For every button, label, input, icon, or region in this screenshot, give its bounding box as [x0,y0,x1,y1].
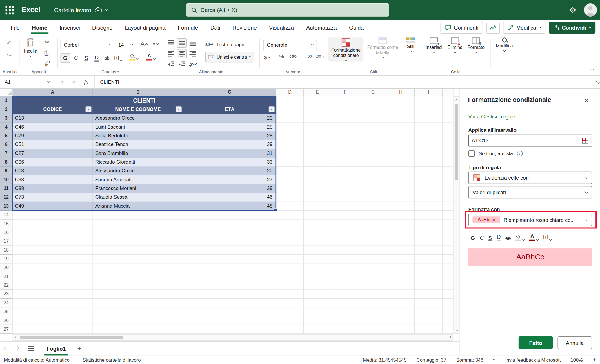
row-header-25[interactable]: 25 [0,307,13,316]
align-bottom-button[interactable] [188,38,197,48]
cell-I19[interactable] [415,255,443,263]
text-orientation-button[interactable]: ab [188,60,197,69]
cell-I21[interactable] [415,272,443,281]
cell-C20[interactable] [183,264,276,272]
close-pane-button[interactable]: ✕ [584,97,589,104]
row-header-3[interactable]: 3 [0,114,13,122]
cell-I20[interactable] [415,264,443,272]
cell-A19[interactable] [13,255,93,263]
cell-E1[interactable] [304,96,331,105]
editing-mode-button[interactable]: Modifica [503,22,545,34]
column-header-C[interactable]: C [183,89,276,96]
row-header-10[interactable]: 10 [0,175,13,184]
next-sheet-button[interactable] [12,347,23,350]
cell-G27[interactable] [359,325,387,334]
cell-I13[interactable] [415,202,443,211]
cell-A16[interactable] [13,228,93,237]
cell-A8[interactable]: C96 [13,158,93,167]
cell-H10[interactable] [387,175,415,184]
cell-G2[interactable] [359,105,387,114]
cell-H13[interactable] [387,202,415,211]
cell-B17[interactable] [93,237,183,246]
cell-C26[interactable] [183,316,276,325]
row-header-4[interactable]: 4 [0,123,13,131]
cell-H23[interactable] [387,290,415,299]
cell-H17[interactable] [387,237,415,246]
cell-C13[interactable]: 48 [183,202,276,211]
row-header-26[interactable]: 26 [0,316,13,325]
manage-rules-link[interactable]: Vai a Gestisci regole [468,114,515,120]
cell-A20[interactable] [13,264,93,272]
cell-B12[interactable]: Claudio Sessa [93,193,183,202]
row-header-17[interactable]: 17 [0,237,13,246]
tab-file[interactable]: File [5,20,26,35]
confirm-entry-button[interactable]: ✓ [72,79,76,85]
cell-E26[interactable] [304,316,331,325]
increase-indent-button[interactable] [177,60,187,69]
cell-C15[interactable] [183,220,276,228]
horizontal-scroll-thumb[interactable] [20,336,123,339]
scroll-up-icon[interactable] [454,97,459,102]
cell-I15[interactable] [415,220,443,228]
workbook-stats-button[interactable]: Statistiche cartella di lavoro [83,357,141,363]
cell-H9[interactable] [387,167,415,175]
font-name-select[interactable]: Corbel [61,40,113,50]
row-header-15[interactable]: 15 [0,220,13,228]
row-header-21[interactable]: 21 [0,272,13,281]
bold-button[interactable]: G [61,53,70,63]
cell-G26[interactable] [359,316,387,325]
cell-A9[interactable]: C13 [13,167,93,175]
cell-C16[interactable] [183,228,276,237]
vertical-scrollbar[interactable] [453,96,459,334]
select-all-button[interactable] [0,89,13,96]
cell-E17[interactable] [304,237,331,246]
redo-button[interactable]: ↷ [4,52,14,59]
cell-G1[interactable] [359,96,387,105]
bold-button[interactable]: G [471,235,475,241]
cell-B25[interactable] [93,307,183,316]
cell-D8[interactable] [276,158,304,167]
cell-I22[interactable] [415,281,443,290]
cell-D12[interactable] [276,193,304,202]
cell-I6[interactable] [415,140,443,149]
cell-B4[interactable]: Luigi Saccani [93,123,183,131]
share-button[interactable]: Condividi [549,22,595,34]
cell-I25[interactable] [415,307,443,316]
underline-button[interactable]: S [488,235,492,241]
cell-E14[interactable] [304,211,331,219]
cell-E13[interactable] [304,202,331,211]
scroll-left-icon[interactable] [13,335,18,340]
cell-A10[interactable]: C33 [13,175,93,184]
cell-B6[interactable]: Beatrice Tenca [93,140,183,149]
strikethrough-button[interactable]: ab [102,53,112,63]
column-header-A[interactable]: A [13,89,93,96]
cell-E18[interactable] [304,246,331,255]
cell-I27[interactable] [415,325,443,334]
cell-B23[interactable] [93,290,183,299]
cell-B8[interactable]: Riccardo Giorgetti [93,158,183,167]
cell-D22[interactable] [276,281,304,290]
cell-G6[interactable] [359,140,387,149]
cell-C12[interactable]: 46 [183,193,276,202]
cell-I10[interactable] [415,175,443,184]
cell-G25[interactable] [359,307,387,316]
cell-E19[interactable] [304,255,331,263]
font-color-button[interactable]: A [146,53,155,60]
scroll-right-icon[interactable] [447,335,452,340]
cell-B7[interactable]: Sara Brambilla [93,149,183,158]
cell-C23[interactable] [183,290,276,299]
cell-G12[interactable] [359,193,387,202]
cell-B22[interactable] [93,281,183,290]
cell-G16[interactable] [359,228,387,237]
increase-decimal-button[interactable]: ←.00 [301,54,313,58]
cell-C24[interactable] [183,299,276,307]
cell-B20[interactable] [93,264,183,272]
cell-H27[interactable] [387,325,415,334]
aggregates-menu-chevron-icon[interactable] [493,358,495,361]
delete-cells-button[interactable]: ✕ Elimina [446,37,465,53]
document-title[interactable]: Cartella lavoro [54,7,108,13]
italic-button[interactable]: C [71,53,81,63]
scroll-down-icon[interactable] [454,328,459,333]
search-box[interactable] [186,3,389,17]
decrease-decimal-button[interactable]: .00→ [314,54,326,58]
